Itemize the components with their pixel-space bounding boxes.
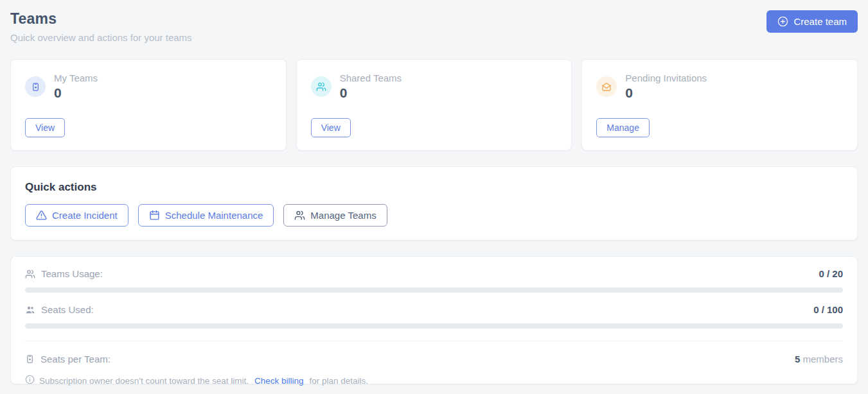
manage-invitations-button[interactable]: Manage xyxy=(596,118,650,137)
manage-teams-button[interactable]: Manage Teams xyxy=(283,204,387,227)
note-text: Subscription owner doesn't count toward … xyxy=(39,376,249,386)
create-incident-label: Create Incident xyxy=(52,210,118,221)
view-my-teams-button[interactable]: View xyxy=(25,118,65,137)
page-subtitle: Quick overview and actions for your team… xyxy=(10,32,192,43)
view-button-label: View xyxy=(35,123,55,133)
calendar-icon xyxy=(149,210,160,221)
stat-label: Shared Teams xyxy=(340,73,402,83)
teams-usage-progress-bar xyxy=(25,287,843,293)
create-team-button[interactable]: Create team xyxy=(766,10,858,33)
stat-card-my-teams: My Teams 0 View xyxy=(10,59,287,151)
teams-usage-label: Teams Usage: xyxy=(41,268,103,279)
quick-actions-heading: Quick actions xyxy=(25,181,843,194)
check-billing-link[interactable]: Check billing xyxy=(254,376,304,386)
seats-used-label: Seats Used: xyxy=(41,304,94,315)
stat-card-text: My Teams 0 xyxy=(54,73,98,101)
stat-card-top: Pending Invitations 0 xyxy=(596,73,843,101)
stat-card-pending-invitations: Pending Invitations 0 Manage xyxy=(581,59,858,151)
seats-per-team-row: Seats per Team: 5 members xyxy=(25,354,843,364)
stat-label: Pending Invitations xyxy=(625,73,707,83)
seats-used-value: 0 / 100 xyxy=(813,304,843,315)
warning-triangle-icon xyxy=(36,210,47,221)
stat-label: My Teams xyxy=(54,73,98,83)
seats-per-team-value: 5 xyxy=(795,354,800,364)
page-header: Teams Quick overview and actions for you… xyxy=(10,10,858,43)
manage-teams-label: Manage Teams xyxy=(310,210,376,221)
seats-used-row: Seats Used: 0 / 100 xyxy=(25,304,843,315)
stat-value: 0 xyxy=(625,85,707,101)
create-incident-button[interactable]: Create Incident xyxy=(25,204,128,227)
seats-per-team-label: Seats per Team: xyxy=(40,354,111,364)
users-icon xyxy=(311,76,332,97)
page-header-text: Teams Quick overview and actions for you… xyxy=(10,10,192,43)
teams-usage-value: 0 / 20 xyxy=(819,268,843,279)
seats-per-team-value-wrap: 5 members xyxy=(795,354,843,364)
plus-circle-icon xyxy=(777,16,788,27)
seat-limit-note: Subscription owner doesn't count toward … xyxy=(25,375,843,386)
usage-divider xyxy=(25,341,843,341)
stat-card-top: My Teams 0 xyxy=(25,73,272,101)
stat-value: 0 xyxy=(54,85,98,101)
manage-button-label: Manage xyxy=(607,123,639,133)
id-badge-icon xyxy=(25,76,46,97)
schedule-maintenance-label: Schedule Maintenance xyxy=(165,210,263,221)
stat-card-text: Pending Invitations 0 xyxy=(625,73,707,101)
seats-used-label-wrap: Seats Used: xyxy=(25,304,94,315)
teams-usage-label-wrap: Teams Usage: xyxy=(25,268,103,279)
id-badge-icon xyxy=(25,354,35,364)
quick-actions-buttons: Create Incident Schedule Maintenance Man… xyxy=(25,204,843,227)
seats-per-team-unit: members xyxy=(802,354,843,364)
note-suffix: for plan details. xyxy=(310,376,369,386)
view-shared-teams-button[interactable]: View xyxy=(311,118,351,137)
page-title: Teams xyxy=(10,10,192,28)
seats-used-group: Seats Used: 0 / 100 xyxy=(25,304,843,329)
teams-usage-group: Teams Usage: 0 / 20 xyxy=(25,268,843,293)
schedule-maintenance-button[interactable]: Schedule Maintenance xyxy=(138,204,274,227)
quick-actions-panel: Quick actions Create Incident Schedule M… xyxy=(10,166,858,241)
stat-card-top: Shared Teams 0 xyxy=(311,73,558,101)
stat-card-text: Shared Teams 0 xyxy=(340,73,402,101)
stats-cards-row: My Teams 0 View Shared Teams 0 View xyxy=(10,59,858,151)
stat-card-shared-teams: Shared Teams 0 View xyxy=(296,59,572,151)
users-filled-icon xyxy=(25,305,35,315)
usage-panel: Teams Usage: 0 / 20 Seats Used: 0 / 100 xyxy=(10,256,858,384)
envelope-open-icon xyxy=(596,76,617,97)
view-button-label: View xyxy=(321,123,341,133)
seats-per-team-label-wrap: Seats per Team: xyxy=(25,354,111,364)
stat-value: 0 xyxy=(340,85,402,101)
info-circle-icon xyxy=(25,375,35,386)
users-icon xyxy=(294,210,305,221)
teams-usage-row: Teams Usage: 0 / 20 xyxy=(25,268,843,279)
users-outline-icon xyxy=(25,269,35,279)
seats-used-progress-bar xyxy=(25,323,843,329)
create-team-button-label: Create team xyxy=(793,16,847,27)
